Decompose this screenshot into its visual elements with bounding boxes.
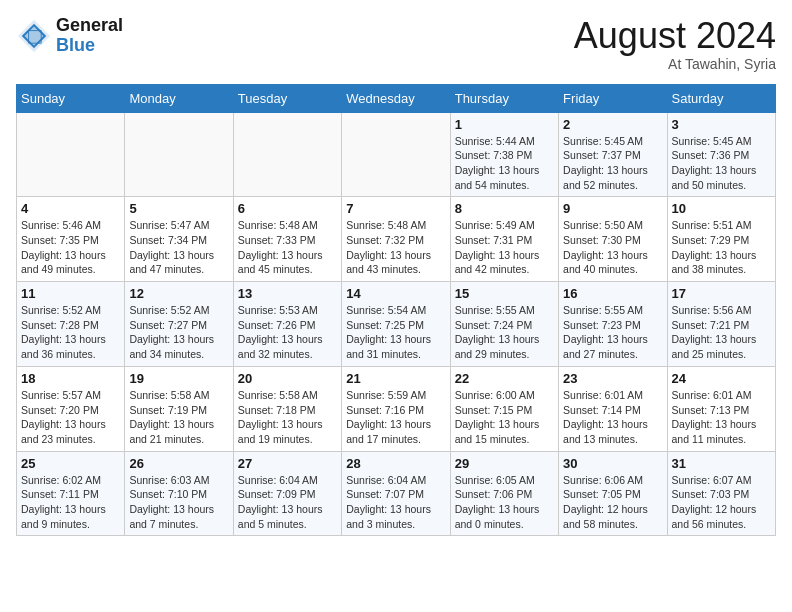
calendar-cell	[125, 112, 233, 197]
day-of-week-header: Thursday	[450, 84, 558, 112]
day-info: Sunrise: 5:52 AM Sunset: 7:28 PM Dayligh…	[21, 303, 120, 362]
page-header: General Blue August 2024 At Tawahin, Syr…	[16, 16, 776, 72]
day-info: Sunrise: 5:46 AM Sunset: 7:35 PM Dayligh…	[21, 218, 120, 277]
day-info: Sunrise: 5:53 AM Sunset: 7:26 PM Dayligh…	[238, 303, 337, 362]
day-info: Sunrise: 5:49 AM Sunset: 7:31 PM Dayligh…	[455, 218, 554, 277]
calendar-cell: 31Sunrise: 6:07 AM Sunset: 7:03 PM Dayli…	[667, 451, 775, 536]
day-info: Sunrise: 6:00 AM Sunset: 7:15 PM Dayligh…	[455, 388, 554, 447]
day-info: Sunrise: 6:01 AM Sunset: 7:13 PM Dayligh…	[672, 388, 771, 447]
day-number: 26	[129, 456, 228, 471]
calendar-cell: 30Sunrise: 6:06 AM Sunset: 7:05 PM Dayli…	[559, 451, 667, 536]
day-info: Sunrise: 5:55 AM Sunset: 7:24 PM Dayligh…	[455, 303, 554, 362]
logo-icon	[16, 18, 52, 54]
day-number: 11	[21, 286, 120, 301]
day-number: 4	[21, 201, 120, 216]
day-number: 2	[563, 117, 662, 132]
day-number: 9	[563, 201, 662, 216]
day-of-week-header: Wednesday	[342, 84, 450, 112]
calendar-cell: 14Sunrise: 5:54 AM Sunset: 7:25 PM Dayli…	[342, 282, 450, 367]
day-number: 3	[672, 117, 771, 132]
day-info: Sunrise: 5:54 AM Sunset: 7:25 PM Dayligh…	[346, 303, 445, 362]
day-info: Sunrise: 5:47 AM Sunset: 7:34 PM Dayligh…	[129, 218, 228, 277]
day-of-week-header: Friday	[559, 84, 667, 112]
calendar-cell: 23Sunrise: 6:01 AM Sunset: 7:14 PM Dayli…	[559, 366, 667, 451]
day-number: 14	[346, 286, 445, 301]
day-info: Sunrise: 5:55 AM Sunset: 7:23 PM Dayligh…	[563, 303, 662, 362]
calendar-week-row: 18Sunrise: 5:57 AM Sunset: 7:20 PM Dayli…	[17, 366, 776, 451]
calendar-week-row: 1Sunrise: 5:44 AM Sunset: 7:38 PM Daylig…	[17, 112, 776, 197]
calendar-cell: 6Sunrise: 5:48 AM Sunset: 7:33 PM Daylig…	[233, 197, 341, 282]
calendar-cell: 18Sunrise: 5:57 AM Sunset: 7:20 PM Dayli…	[17, 366, 125, 451]
day-number: 17	[672, 286, 771, 301]
day-info: Sunrise: 6:01 AM Sunset: 7:14 PM Dayligh…	[563, 388, 662, 447]
calendar-cell: 12Sunrise: 5:52 AM Sunset: 7:27 PM Dayli…	[125, 282, 233, 367]
calendar-cell: 8Sunrise: 5:49 AM Sunset: 7:31 PM Daylig…	[450, 197, 558, 282]
day-info: Sunrise: 6:02 AM Sunset: 7:11 PM Dayligh…	[21, 473, 120, 532]
calendar-header: SundayMondayTuesdayWednesdayThursdayFrid…	[17, 84, 776, 112]
day-number: 5	[129, 201, 228, 216]
day-number: 19	[129, 371, 228, 386]
calendar-cell: 25Sunrise: 6:02 AM Sunset: 7:11 PM Dayli…	[17, 451, 125, 536]
day-of-week-header: Tuesday	[233, 84, 341, 112]
day-info: Sunrise: 5:56 AM Sunset: 7:21 PM Dayligh…	[672, 303, 771, 362]
calendar-week-row: 25Sunrise: 6:02 AM Sunset: 7:11 PM Dayli…	[17, 451, 776, 536]
day-info: Sunrise: 5:45 AM Sunset: 7:36 PM Dayligh…	[672, 134, 771, 193]
calendar-table: SundayMondayTuesdayWednesdayThursdayFrid…	[16, 84, 776, 537]
day-number: 15	[455, 286, 554, 301]
location-subtitle: At Tawahin, Syria	[574, 56, 776, 72]
day-info: Sunrise: 6:04 AM Sunset: 7:07 PM Dayligh…	[346, 473, 445, 532]
calendar-cell: 26Sunrise: 6:03 AM Sunset: 7:10 PM Dayli…	[125, 451, 233, 536]
calendar-cell: 17Sunrise: 5:56 AM Sunset: 7:21 PM Dayli…	[667, 282, 775, 367]
calendar-cell: 29Sunrise: 6:05 AM Sunset: 7:06 PM Dayli…	[450, 451, 558, 536]
day-info: Sunrise: 6:06 AM Sunset: 7:05 PM Dayligh…	[563, 473, 662, 532]
calendar-cell: 2Sunrise: 5:45 AM Sunset: 7:37 PM Daylig…	[559, 112, 667, 197]
calendar-cell: 11Sunrise: 5:52 AM Sunset: 7:28 PM Dayli…	[17, 282, 125, 367]
day-number: 30	[563, 456, 662, 471]
day-info: Sunrise: 5:57 AM Sunset: 7:20 PM Dayligh…	[21, 388, 120, 447]
title-block: August 2024 At Tawahin, Syria	[574, 16, 776, 72]
calendar-cell: 3Sunrise: 5:45 AM Sunset: 7:36 PM Daylig…	[667, 112, 775, 197]
day-number: 25	[21, 456, 120, 471]
calendar-cell: 19Sunrise: 5:58 AM Sunset: 7:19 PM Dayli…	[125, 366, 233, 451]
day-info: Sunrise: 5:48 AM Sunset: 7:32 PM Dayligh…	[346, 218, 445, 277]
calendar-cell: 22Sunrise: 6:00 AM Sunset: 7:15 PM Dayli…	[450, 366, 558, 451]
calendar-cell: 21Sunrise: 5:59 AM Sunset: 7:16 PM Dayli…	[342, 366, 450, 451]
calendar-cell: 5Sunrise: 5:47 AM Sunset: 7:34 PM Daylig…	[125, 197, 233, 282]
day-info: Sunrise: 5:58 AM Sunset: 7:19 PM Dayligh…	[129, 388, 228, 447]
calendar-cell: 28Sunrise: 6:04 AM Sunset: 7:07 PM Dayli…	[342, 451, 450, 536]
day-number: 12	[129, 286, 228, 301]
day-number: 24	[672, 371, 771, 386]
calendar-cell	[233, 112, 341, 197]
day-info: Sunrise: 5:45 AM Sunset: 7:37 PM Dayligh…	[563, 134, 662, 193]
day-of-week-header: Monday	[125, 84, 233, 112]
day-number: 20	[238, 371, 337, 386]
calendar-cell: 16Sunrise: 5:55 AM Sunset: 7:23 PM Dayli…	[559, 282, 667, 367]
day-number: 7	[346, 201, 445, 216]
day-number: 8	[455, 201, 554, 216]
day-number: 1	[455, 117, 554, 132]
svg-marker-1	[21, 23, 46, 48]
day-info: Sunrise: 5:48 AM Sunset: 7:33 PM Dayligh…	[238, 218, 337, 277]
day-number: 13	[238, 286, 337, 301]
calendar-cell: 20Sunrise: 5:58 AM Sunset: 7:18 PM Dayli…	[233, 366, 341, 451]
day-info: Sunrise: 5:51 AM Sunset: 7:29 PM Dayligh…	[672, 218, 771, 277]
days-of-week-row: SundayMondayTuesdayWednesdayThursdayFrid…	[17, 84, 776, 112]
day-info: Sunrise: 6:05 AM Sunset: 7:06 PM Dayligh…	[455, 473, 554, 532]
day-number: 29	[455, 456, 554, 471]
calendar-cell: 4Sunrise: 5:46 AM Sunset: 7:35 PM Daylig…	[17, 197, 125, 282]
day-number: 28	[346, 456, 445, 471]
logo: General Blue	[16, 16, 123, 56]
day-info: Sunrise: 5:44 AM Sunset: 7:38 PM Dayligh…	[455, 134, 554, 193]
calendar-cell: 27Sunrise: 6:04 AM Sunset: 7:09 PM Dayli…	[233, 451, 341, 536]
day-info: Sunrise: 5:58 AM Sunset: 7:18 PM Dayligh…	[238, 388, 337, 447]
day-number: 21	[346, 371, 445, 386]
calendar-body: 1Sunrise: 5:44 AM Sunset: 7:38 PM Daylig…	[17, 112, 776, 536]
day-of-week-header: Saturday	[667, 84, 775, 112]
day-info: Sunrise: 5:59 AM Sunset: 7:16 PM Dayligh…	[346, 388, 445, 447]
calendar-week-row: 11Sunrise: 5:52 AM Sunset: 7:28 PM Dayli…	[17, 282, 776, 367]
calendar-cell: 7Sunrise: 5:48 AM Sunset: 7:32 PM Daylig…	[342, 197, 450, 282]
calendar-cell	[342, 112, 450, 197]
day-info: Sunrise: 6:07 AM Sunset: 7:03 PM Dayligh…	[672, 473, 771, 532]
day-number: 27	[238, 456, 337, 471]
day-info: Sunrise: 6:03 AM Sunset: 7:10 PM Dayligh…	[129, 473, 228, 532]
